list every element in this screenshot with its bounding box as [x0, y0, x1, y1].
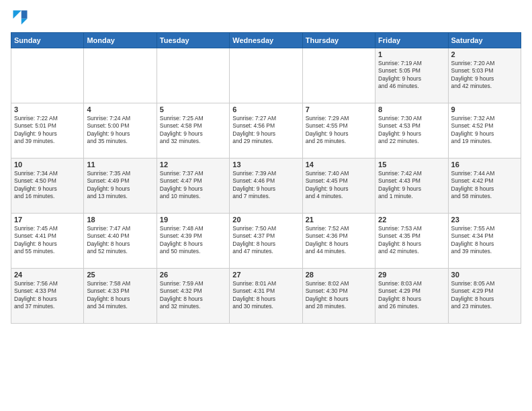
day-number: 1 — [378, 50, 445, 58]
day-number: 24 — [14, 271, 81, 279]
calendar-cell: 15Sunrise: 7:42 AM Sunset: 4:43 PM Dayli… — [375, 158, 448, 214]
day-info: Sunrise: 7:25 AM Sunset: 4:58 PM Dayligh… — [160, 115, 226, 146]
calendar-cell: 18Sunrise: 7:47 AM Sunset: 4:40 PM Dayli… — [84, 214, 157, 269]
day-info: Sunrise: 8:01 AM Sunset: 4:31 PM Dayligh… — [232, 280, 299, 311]
day-number: 20 — [232, 216, 299, 224]
weekday-tuesday: Tuesday — [157, 33, 229, 48]
day-number: 16 — [451, 161, 518, 169]
day-info: Sunrise: 7:40 AM Sunset: 4:45 PM Dayligh… — [306, 170, 372, 201]
day-number: 18 — [87, 216, 153, 224]
day-number: 21 — [306, 216, 372, 224]
day-number: 28 — [306, 271, 372, 279]
day-info: Sunrise: 7:19 AM Sunset: 5:05 PM Dayligh… — [378, 60, 445, 91]
calendar-cell: 24Sunrise: 7:56 AM Sunset: 4:33 PM Dayli… — [11, 269, 84, 324]
day-info: Sunrise: 7:29 AM Sunset: 4:55 PM Dayligh… — [306, 115, 372, 146]
day-number: 29 — [378, 271, 445, 279]
day-number: 4 — [87, 105, 153, 113]
calendar-cell: 8Sunrise: 7:30 AM Sunset: 4:53 PM Daylig… — [375, 103, 448, 158]
day-number: 5 — [160, 105, 226, 113]
calendar-cell: 13Sunrise: 7:39 AM Sunset: 4:46 PM Dayli… — [230, 158, 302, 214]
weekday-friday: Friday — [375, 33, 448, 48]
svg-marker-0 — [21, 11, 28, 19]
day-number: 23 — [451, 216, 518, 224]
day-number: 15 — [378, 161, 445, 169]
calendar-cell — [230, 48, 302, 103]
calendar-body: 1Sunrise: 7:19 AM Sunset: 5:05 PM Daylig… — [11, 48, 521, 324]
day-number: 10 — [14, 161, 81, 169]
calendar-cell: 30Sunrise: 8:05 AM Sunset: 4:29 PM Dayli… — [448, 269, 521, 324]
day-number: 26 — [160, 271, 226, 279]
svg-marker-2 — [13, 11, 21, 19]
day-info: Sunrise: 7:34 AM Sunset: 4:50 PM Dayligh… — [14, 170, 81, 201]
day-info: Sunrise: 7:58 AM Sunset: 4:33 PM Dayligh… — [87, 280, 153, 311]
calendar-header: SundayMondayTuesdayWednesdayThursdayFrid… — [11, 33, 521, 48]
calendar-cell: 12Sunrise: 7:37 AM Sunset: 4:47 PM Dayli… — [157, 158, 229, 214]
calendar: SundayMondayTuesdayWednesdayThursdayFrid… — [11, 32, 521, 324]
calendar-cell — [302, 48, 375, 103]
day-info: Sunrise: 7:44 AM Sunset: 4:42 PM Dayligh… — [451, 170, 518, 201]
day-info: Sunrise: 7:30 AM Sunset: 4:53 PM Dayligh… — [378, 115, 445, 146]
day-info: Sunrise: 7:20 AM Sunset: 5:03 PM Dayligh… — [451, 60, 518, 91]
day-info: Sunrise: 7:27 AM Sunset: 4:56 PM Dayligh… — [232, 115, 299, 146]
day-number: 3 — [14, 105, 81, 113]
calendar-cell: 4Sunrise: 7:24 AM Sunset: 5:00 PM Daylig… — [84, 103, 157, 158]
day-info: Sunrise: 7:42 AM Sunset: 4:43 PM Dayligh… — [378, 170, 445, 201]
calendar-cell: 14Sunrise: 7:40 AM Sunset: 4:45 PM Dayli… — [302, 158, 375, 214]
weekday-saturday: Saturday — [448, 33, 521, 48]
day-number: 8 — [378, 105, 445, 113]
weekday-header-row: SundayMondayTuesdayWednesdayThursdayFrid… — [11, 33, 521, 48]
week-row-4: 17Sunrise: 7:45 AM Sunset: 4:41 PM Dayli… — [11, 214, 521, 269]
day-info: Sunrise: 7:56 AM Sunset: 4:33 PM Dayligh… — [14, 280, 81, 311]
calendar-cell: 9Sunrise: 7:32 AM Sunset: 4:52 PM Daylig… — [448, 103, 521, 158]
weekday-thursday: Thursday — [302, 33, 375, 48]
logo-icon — [11, 8, 30, 27]
day-info: Sunrise: 7:24 AM Sunset: 5:00 PM Dayligh… — [87, 115, 153, 146]
calendar-cell: 2Sunrise: 7:20 AM Sunset: 5:03 PM Daylig… — [448, 48, 521, 103]
calendar-cell: 23Sunrise: 7:55 AM Sunset: 4:34 PM Dayli… — [448, 214, 521, 269]
day-number: 9 — [451, 105, 518, 113]
day-info: Sunrise: 8:02 AM Sunset: 4:30 PM Dayligh… — [306, 280, 372, 311]
calendar-cell: 29Sunrise: 8:03 AM Sunset: 4:29 PM Dayli… — [375, 269, 448, 324]
weekday-monday: Monday — [84, 33, 157, 48]
day-number: 22 — [378, 216, 445, 224]
calendar-cell: 28Sunrise: 8:02 AM Sunset: 4:30 PM Dayli… — [302, 269, 375, 324]
calendar-cell — [11, 48, 84, 103]
calendar-cell: 22Sunrise: 7:53 AM Sunset: 4:35 PM Dayli… — [375, 214, 448, 269]
calendar-cell: 21Sunrise: 7:52 AM Sunset: 4:36 PM Dayli… — [302, 214, 375, 269]
day-number: 13 — [232, 161, 299, 169]
day-info: Sunrise: 7:39 AM Sunset: 4:46 PM Dayligh… — [232, 170, 299, 201]
calendar-cell: 6Sunrise: 7:27 AM Sunset: 4:56 PM Daylig… — [230, 103, 302, 158]
day-number: 14 — [306, 161, 372, 169]
calendar-cell: 3Sunrise: 7:22 AM Sunset: 5:01 PM Daylig… — [11, 103, 84, 158]
day-info: Sunrise: 7:35 AM Sunset: 4:49 PM Dayligh… — [87, 170, 153, 201]
svg-marker-1 — [21, 19, 28, 25]
day-info: Sunrise: 7:32 AM Sunset: 4:52 PM Dayligh… — [451, 115, 518, 146]
day-number: 12 — [160, 161, 226, 169]
calendar-cell — [84, 48, 157, 103]
day-number: 17 — [14, 216, 81, 224]
day-info: Sunrise: 7:52 AM Sunset: 4:36 PM Dayligh… — [306, 225, 372, 256]
day-info: Sunrise: 7:55 AM Sunset: 4:34 PM Dayligh… — [451, 225, 518, 256]
calendar-cell: 26Sunrise: 7:59 AM Sunset: 4:32 PM Dayli… — [157, 269, 229, 324]
day-info: Sunrise: 8:03 AM Sunset: 4:29 PM Dayligh… — [378, 280, 445, 311]
logo — [11, 8, 32, 27]
week-row-5: 24Sunrise: 7:56 AM Sunset: 4:33 PM Dayli… — [11, 269, 521, 324]
day-info: Sunrise: 7:22 AM Sunset: 5:01 PM Dayligh… — [14, 115, 81, 146]
day-number: 11 — [87, 161, 153, 169]
day-number: 6 — [232, 105, 299, 113]
day-info: Sunrise: 8:05 AM Sunset: 4:29 PM Dayligh… — [451, 280, 518, 311]
day-info: Sunrise: 7:50 AM Sunset: 4:37 PM Dayligh… — [232, 225, 299, 256]
header — [11, 8, 521, 27]
calendar-cell: 5Sunrise: 7:25 AM Sunset: 4:58 PM Daylig… — [157, 103, 229, 158]
calendar-cell: 19Sunrise: 7:48 AM Sunset: 4:39 PM Dayli… — [157, 214, 229, 269]
day-number: 2 — [451, 50, 518, 58]
day-number: 27 — [232, 271, 299, 279]
day-number: 25 — [87, 271, 153, 279]
calendar-cell: 25Sunrise: 7:58 AM Sunset: 4:33 PM Dayli… — [84, 269, 157, 324]
week-row-2: 3Sunrise: 7:22 AM Sunset: 5:01 PM Daylig… — [11, 103, 521, 158]
weekday-sunday: Sunday — [11, 33, 84, 48]
day-number: 19 — [160, 216, 226, 224]
weekday-wednesday: Wednesday — [230, 33, 302, 48]
calendar-cell: 27Sunrise: 8:01 AM Sunset: 4:31 PM Dayli… — [230, 269, 302, 324]
day-info: Sunrise: 7:47 AM Sunset: 4:40 PM Dayligh… — [87, 225, 153, 256]
